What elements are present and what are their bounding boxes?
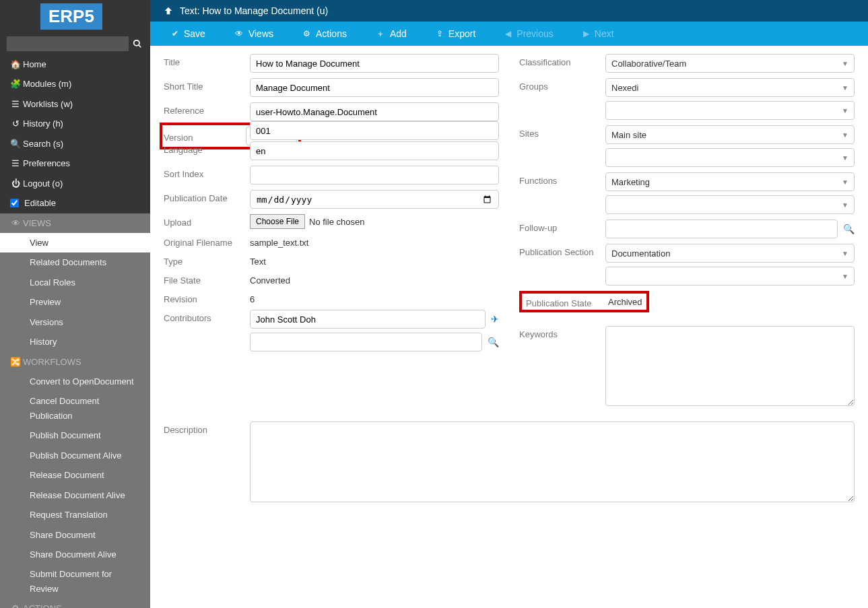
groups-select-1[interactable]: ▼ [605,101,855,120]
wf-publish-alive[interactable]: Publish Document Alive [0,446,150,465]
keywords-label: Keywords [519,326,605,339]
version-input-full[interactable] [250,121,499,140]
export-button[interactable]: ⇪Export [422,22,490,46]
previous-button: ◀Previous [490,22,568,46]
sites-select-0[interactable]: Main site▼ [605,125,855,144]
logo: ERP5 [40,3,102,30]
nav-preferences[interactable]: ☰Preferences [0,154,150,173]
groups-select-0[interactable]: Nexedi▼ [605,78,855,97]
chevron-down-icon: ▼ [842,84,848,92]
publication-date-input[interactable] [250,190,499,209]
publication-section-select-0[interactable]: Documentation▼ [605,244,855,263]
wf-request-translation[interactable]: Request Translation [0,505,150,525]
section-views[interactable]: 👁VIEWS [0,213,150,233]
next-button: ▶Next [568,22,629,46]
nav-home[interactable]: 🏠Home [0,55,150,74]
title-input[interactable] [250,54,499,73]
nav-search[interactable]: 🔍Search (s) [0,134,150,154]
wf-release[interactable]: Release Document [0,465,150,485]
editable-checkbox[interactable] [10,199,19,207]
short-title-input[interactable] [250,78,499,97]
main: Text: How to Manage Document (u) ✔Save 👁… [150,0,868,608]
cogs-icon: ⚙ [8,601,23,608]
nav-modules[interactable]: 🧩Modules (m) [0,74,150,94]
eye-icon: 👁 [8,216,23,230]
revision-label: Revision [164,291,250,304]
view-history[interactable]: History [0,332,150,351]
form-left-column: Title Short Title Reference Version Vers… [164,54,499,413]
plus-icon: ＋ [376,28,385,40]
sort-index-input[interactable] [250,166,499,184]
follow-up-label: Follow-up [519,219,605,233]
follow-up-input[interactable] [605,219,838,238]
classification-select[interactable]: Collaborative/Team▼ [605,54,855,73]
plane-icon[interactable]: ✈ [491,314,499,325]
view-versions[interactable]: Versions [0,312,150,332]
up-icon[interactable] [164,6,173,15]
contributor-input-0[interactable] [250,310,486,329]
chevron-down-icon: ▼ [842,201,848,209]
nav-history[interactable]: ↺History (h) [0,114,150,133]
sites-select-1[interactable]: ▼ [605,148,855,167]
view-local-roles[interactable]: Local Roles [0,273,150,292]
chevron-down-icon: ▼ [842,178,848,186]
section-workflows[interactable]: 🔀WORKFLOWS [0,352,150,372]
nav-worklists[interactable]: ☰Worklists (w) [0,94,150,114]
nav-logout[interactable]: ⏻Logout (o) [0,174,150,193]
eye-icon: 👁 [235,29,243,38]
nav-list: 🏠Home 🧩Modules (m) ☰Worklists (w) ↺Histo… [0,55,150,213]
file-state-value: Converted [250,272,499,285]
publication-state-highlight: Publication State Archived [519,291,649,312]
home-icon: 🏠 [8,57,23,71]
search-icon[interactable]: 🔍 [488,337,499,347]
keywords-textarea[interactable] [605,326,855,406]
export-icon: ⇪ [436,29,443,38]
description-label: Description [164,421,250,435]
revision-value: 6 [250,291,499,304]
view-view[interactable]: View [0,233,150,252]
wf-share[interactable]: Share Document [0,525,150,545]
contributors-label: Contributors [164,310,250,323]
sites-label: Sites [519,125,605,139]
type-value: Text [250,253,499,267]
contributor-input-1[interactable] [250,333,482,351]
wf-share-alive[interactable]: Share Document Alive [0,545,150,564]
puzzle-icon: 🧩 [8,77,23,91]
wf-publish[interactable]: Publish Document [0,426,150,445]
save-button[interactable]: ✔Save [157,22,220,46]
choose-file-button[interactable]: Choose File [250,214,305,229]
search-icon[interactable] [129,39,146,48]
file-state-label: File State [164,272,250,285]
svg-point-0 [134,40,139,46]
sidebar-search-input[interactable] [7,36,129,51]
svg-line-1 [139,45,141,48]
actions-button[interactable]: ⚙Actions [288,22,362,46]
topbar: Text: How to Manage Document (u) [150,0,868,22]
publication-section-select-1[interactable]: ▼ [605,267,855,285]
nav-editable[interactable]: Editable [0,193,150,213]
functions-label: Functions [519,172,605,186]
add-button[interactable]: ＋Add [362,22,422,46]
publication-state-value: Archived [604,297,642,307]
type-label: Type [164,253,250,267]
original-filename-value: sample_text.txt [250,234,499,248]
functions-select-0[interactable]: Marketing▼ [605,172,855,191]
wf-release-alive[interactable]: Release Document Alive [0,485,150,505]
wf-cancel-publication[interactable]: Cancel Document Publication [0,391,150,426]
publication-state-label: Publication State [526,295,604,308]
search-icon: 🔍 [8,137,23,151]
functions-select-1[interactable]: ▼ [605,195,855,214]
wf-convert[interactable]: Convert to OpenDocument [0,372,150,391]
view-related-documents[interactable]: Related Documents [0,252,150,272]
next-icon: ▶ [583,29,589,38]
description-textarea[interactable] [250,421,855,502]
views-button[interactable]: 👁Views [220,22,288,46]
sort-index-label: Sort Index [164,166,250,179]
search-icon[interactable]: 🔍 [843,224,855,234]
section-actions[interactable]: ⚙ACTIONS [0,599,150,608]
view-preview[interactable]: Preview [0,292,150,312]
wf-submit-review[interactable]: Submit Document for Review [0,564,150,599]
chevron-down-icon: ▼ [842,273,848,280]
groups-label: Groups [519,78,605,92]
reference-input[interactable] [250,102,499,121]
